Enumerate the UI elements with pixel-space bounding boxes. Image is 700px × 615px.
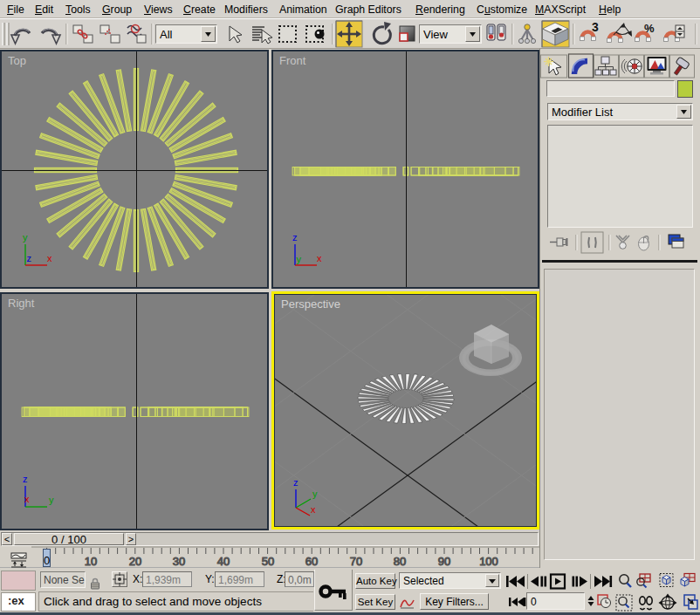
svg-text:60: 60 xyxy=(305,555,318,568)
svg-text:90: 90 xyxy=(438,555,450,568)
svg-text:20: 20 xyxy=(129,555,141,568)
svg-text:80: 80 xyxy=(394,555,406,568)
svg-text:70: 70 xyxy=(350,555,362,568)
svg-text:100: 100 xyxy=(479,555,498,568)
svg-text:y: y xyxy=(312,489,318,499)
svg-text:30: 30 xyxy=(173,555,185,568)
svg-text:x: x xyxy=(311,504,316,515)
svg-text:y: y xyxy=(297,254,302,264)
svg-text:3: 3 xyxy=(592,20,599,34)
svg-text:%: % xyxy=(644,22,655,35)
svg-text:y: y xyxy=(49,495,54,505)
svg-text:x: x xyxy=(47,253,52,263)
svg-text:z: z xyxy=(293,477,299,488)
svg-text:z: z xyxy=(23,474,28,484)
svg-text:40: 40 xyxy=(217,555,230,568)
svg-text:y: y xyxy=(23,232,28,243)
svg-text:10: 10 xyxy=(85,555,97,568)
svg-text:x: x xyxy=(317,253,322,263)
svg-text:x: x xyxy=(24,494,30,504)
svg-text:z: z xyxy=(27,253,32,263)
svg-text:z: z xyxy=(292,232,298,243)
svg-text:50: 50 xyxy=(262,555,274,568)
